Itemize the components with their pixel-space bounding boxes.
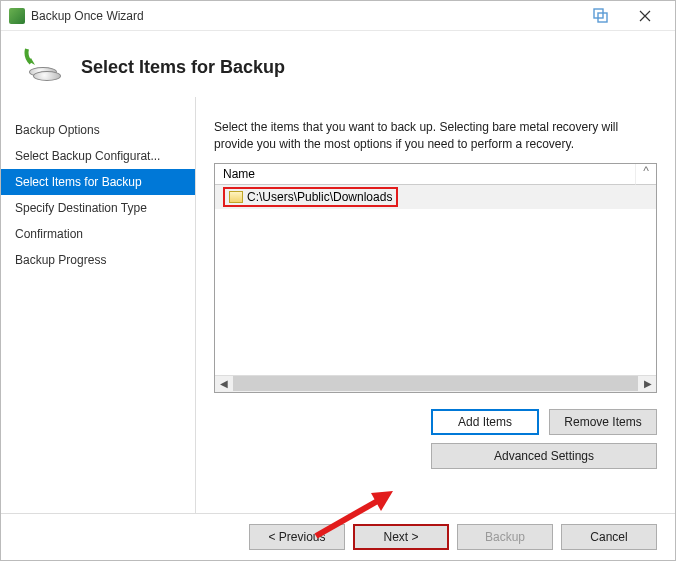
horizontal-scrollbar[interactable]: ◀ ▶ bbox=[215, 375, 656, 392]
column-header-name[interactable]: Name bbox=[215, 164, 636, 185]
app-icon bbox=[9, 8, 25, 24]
scroll-right-icon[interactable]: ▶ bbox=[639, 375, 656, 392]
previous-button[interactable]: < Previous bbox=[249, 524, 345, 550]
wizard-header: Select Items for Backup bbox=[1, 31, 675, 97]
list-item[interactable]: C:\Users\Public\Downloads bbox=[215, 185, 656, 209]
remove-items-button[interactable]: Remove Items bbox=[549, 409, 657, 435]
column-sort-indicator[interactable]: ^ bbox=[636, 164, 656, 185]
list-item-path: C:\Users\Public\Downloads bbox=[247, 190, 392, 204]
backup-icon bbox=[23, 47, 63, 87]
sidebar-item-confirmation[interactable]: Confirmation bbox=[1, 221, 195, 247]
instruction-text: Select the items that you want to back u… bbox=[214, 119, 657, 153]
advanced-settings-button[interactable]: Advanced Settings bbox=[431, 443, 657, 469]
wizard-footer: < Previous Next > Backup Cancel bbox=[1, 513, 675, 560]
next-button[interactable]: Next > bbox=[353, 524, 449, 550]
scroll-thumb[interactable] bbox=[233, 376, 638, 391]
help-icon[interactable] bbox=[579, 2, 623, 30]
sidebar-item-select-items[interactable]: Select Items for Backup bbox=[1, 169, 195, 195]
sidebar-item-backup-options[interactable]: Backup Options bbox=[1, 117, 195, 143]
close-icon[interactable] bbox=[623, 2, 667, 30]
list-header: Name ^ bbox=[215, 164, 656, 185]
items-list: Name ^ C:\Users\Public\Downloads ◀ ▶ bbox=[214, 163, 657, 393]
annotation-highlight: C:\Users\Public\Downloads bbox=[223, 187, 398, 207]
page-title: Select Items for Backup bbox=[81, 57, 285, 78]
list-body: C:\Users\Public\Downloads bbox=[215, 185, 656, 375]
window-title: Backup Once Wizard bbox=[31, 9, 579, 23]
folder-icon bbox=[229, 191, 243, 203]
scroll-left-icon[interactable]: ◀ bbox=[215, 375, 232, 392]
cancel-button[interactable]: Cancel bbox=[561, 524, 657, 550]
title-bar: Backup Once Wizard bbox=[1, 1, 675, 31]
sidebar-item-select-config[interactable]: Select Backup Configurat... bbox=[1, 143, 195, 169]
wizard-steps-sidebar: Backup Options Select Backup Configurat.… bbox=[1, 97, 196, 560]
add-items-button[interactable]: Add Items bbox=[431, 409, 539, 435]
main-panel: Select the items that you want to back u… bbox=[196, 97, 675, 560]
sidebar-item-destination-type[interactable]: Specify Destination Type bbox=[1, 195, 195, 221]
backup-button: Backup bbox=[457, 524, 553, 550]
sidebar-item-backup-progress[interactable]: Backup Progress bbox=[1, 247, 195, 273]
